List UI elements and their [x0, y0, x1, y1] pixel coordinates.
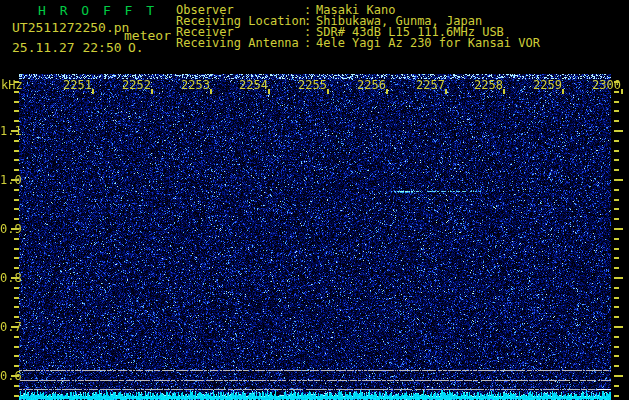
freq-tick-left	[11, 130, 19, 132]
time-tick	[562, 89, 564, 94]
freq-tick-right	[614, 326, 623, 328]
freq-tick-left	[14, 336, 19, 338]
freq-tick-left	[14, 316, 19, 318]
freq-tick-left	[14, 238, 19, 240]
freq-tick-right	[614, 267, 619, 269]
freq-tick-right	[614, 228, 623, 230]
freq-tick-right	[614, 120, 619, 122]
freq-tick-left	[14, 199, 19, 201]
freq-tick-left	[14, 346, 19, 348]
freq-tick-left	[14, 140, 19, 142]
freq-tick-right	[614, 140, 619, 142]
time-label: 2256	[344, 78, 386, 92]
freq-tick-right	[614, 91, 619, 93]
freq-tick-left	[14, 208, 19, 210]
freq-tick-right	[614, 395, 619, 397]
freq-tick-left	[14, 355, 19, 357]
freq-tick-right	[614, 150, 619, 152]
time-tick	[386, 89, 388, 94]
freq-tick-left	[11, 179, 19, 181]
freq-tick-right	[614, 385, 619, 387]
time-tick	[621, 89, 623, 94]
freq-tick-left	[14, 91, 19, 93]
freq-tick-right	[614, 257, 619, 259]
freq-tick-left	[11, 277, 19, 279]
freq-tick-right	[614, 306, 619, 308]
time-tick	[445, 89, 447, 94]
freq-tick-left	[14, 306, 19, 308]
freq-tick-right	[614, 336, 619, 338]
freq-tick-right	[614, 199, 619, 201]
freq-tick-left	[11, 326, 19, 328]
time-tick	[327, 89, 329, 94]
freq-tick-left	[14, 110, 19, 112]
time-label: 2255	[285, 78, 327, 92]
freq-tick-right	[614, 365, 619, 367]
freq-tick-right	[614, 81, 619, 83]
freq-tick-left	[14, 248, 19, 250]
freq-tick-left	[14, 81, 19, 83]
freq-tick-right	[614, 277, 623, 279]
freq-tick-left	[14, 365, 19, 367]
freq-tick-left	[14, 159, 19, 161]
time-tick	[92, 89, 94, 94]
time-label: 2254	[226, 78, 268, 92]
freq-tick-right	[614, 208, 619, 210]
freq-tick-left	[11, 228, 19, 230]
freq-tick-left	[14, 257, 19, 259]
freq-tick-right	[614, 287, 619, 289]
freq-tick-right	[614, 355, 619, 357]
freq-tick-right	[614, 238, 619, 240]
time-label: 2257	[403, 78, 445, 92]
freq-tick-right	[614, 375, 623, 377]
freq-tick-right	[614, 218, 619, 220]
time-label: 2253	[168, 78, 210, 92]
freq-tick-left	[14, 267, 19, 269]
axis-layer: 2251225222532254225522562257225822592300…	[0, 0, 629, 400]
freq-tick-left	[14, 189, 19, 191]
time-label: 2258	[461, 78, 503, 92]
freq-tick-left	[14, 297, 19, 299]
freq-tick-left	[14, 287, 19, 289]
freq-tick-right	[614, 110, 619, 112]
freq-tick-left	[14, 101, 19, 103]
freq-tick-left	[14, 169, 19, 171]
time-tick	[210, 89, 212, 94]
freq-tick-right	[614, 189, 619, 191]
freq-tick-right	[614, 159, 619, 161]
freq-tick-right	[614, 169, 619, 171]
freq-tick-right	[614, 101, 619, 103]
hrofft-screen: H R O F F T UT2511272250.pn meteor 25.11…	[0, 0, 629, 400]
freq-tick-left	[14, 120, 19, 122]
freq-tick-left	[14, 218, 19, 220]
freq-tick-left	[14, 150, 19, 152]
freq-tick-left	[14, 385, 19, 387]
time-label: 2251	[50, 78, 92, 92]
time-tick	[503, 89, 505, 94]
freq-tick-right	[614, 179, 623, 181]
freq-tick-right	[614, 130, 623, 132]
freq-tick-right	[614, 297, 619, 299]
freq-tick-left	[11, 375, 19, 377]
time-label: 2252	[109, 78, 151, 92]
time-tick	[151, 89, 153, 94]
freq-tick-left	[14, 395, 19, 397]
time-label: 2259	[520, 78, 562, 92]
time-tick	[268, 89, 270, 94]
freq-tick-right	[614, 248, 619, 250]
freq-tick-right	[614, 346, 619, 348]
freq-tick-right	[614, 316, 619, 318]
